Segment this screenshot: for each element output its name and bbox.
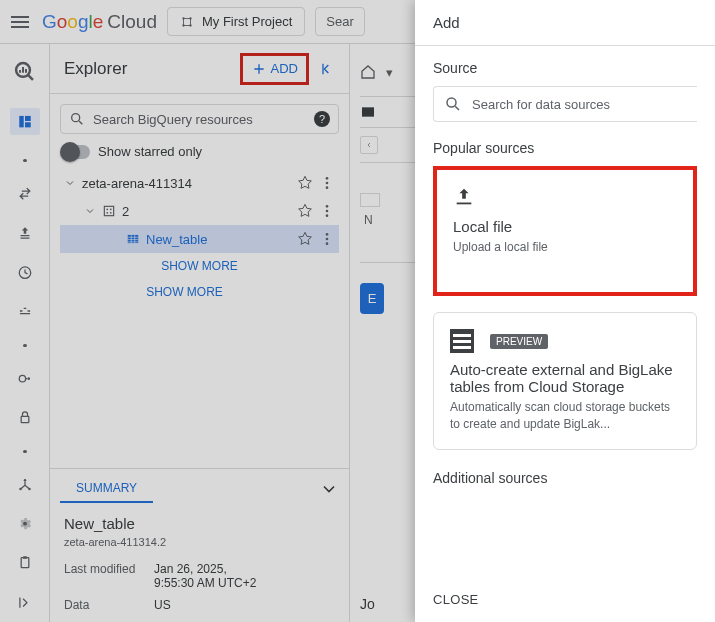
nav-lock-icon[interactable] — [16, 410, 34, 425]
close-button[interactable]: CLOSE — [433, 592, 479, 607]
search-icon — [69, 111, 85, 127]
add-button[interactable]: ADD — [240, 53, 309, 85]
svg-point-20 — [326, 182, 329, 185]
job-label: Jo — [360, 596, 375, 612]
biglake-desc: Automatically scan cloud storage buckets… — [450, 399, 680, 433]
upload-icon — [453, 186, 475, 208]
last-modified-key: Last modified — [64, 562, 144, 590]
svg-point-26 — [110, 212, 112, 214]
nav-dot — [23, 159, 27, 162]
nav-capacity-icon[interactable] — [16, 304, 34, 319]
svg-point-10 — [27, 377, 30, 380]
nav-expand-icon[interactable] — [16, 595, 34, 610]
nav-dot — [23, 344, 27, 347]
svg-rect-16 — [21, 558, 29, 568]
help-icon[interactable]: ? — [314, 111, 330, 127]
star-icon[interactable] — [297, 175, 313, 191]
dataset-icon — [102, 204, 116, 218]
add-drawer: Add Source Search for data sources Popul… — [415, 0, 715, 622]
tree-project-row[interactable]: zeta-arena-411314 — [60, 169, 339, 197]
home-icon[interactable] — [360, 64, 376, 80]
star-icon[interactable] — [297, 231, 313, 247]
source-search[interactable]: Search for data sources — [433, 86, 697, 122]
summary-table-path: zeta-arena-411314.2 — [64, 536, 335, 548]
more-icon[interactable] — [319, 231, 335, 247]
star-icon[interactable] — [297, 203, 313, 219]
more-icon[interactable] — [319, 175, 335, 191]
search-icon — [444, 95, 462, 113]
svg-point-29 — [326, 214, 329, 217]
top-search[interactable]: Sear — [315, 7, 364, 36]
show-more-dataset[interactable]: SHOW MORE — [60, 253, 339, 279]
biglake-card[interactable]: PREVIEW Auto-create external and BigLake… — [433, 312, 697, 450]
tree-table-row[interactable]: New_table — [60, 225, 339, 253]
local-file-title: Local file — [453, 218, 677, 235]
preview-badge: PREVIEW — [490, 334, 548, 349]
nav-workspace-icon[interactable] — [10, 108, 40, 135]
biglake-title: Auto-create external and BigLake tables … — [450, 361, 680, 395]
additional-sources-label: Additional sources — [433, 470, 697, 486]
explorer-title: Explorer — [64, 59, 127, 79]
local-file-card[interactable]: Local file Upload a local file — [433, 166, 697, 296]
popular-sources-label: Popular sources — [433, 140, 697, 156]
svg-point-32 — [326, 238, 329, 241]
svg-point-28 — [326, 210, 329, 213]
svg-rect-6 — [25, 116, 31, 121]
project-icon — [180, 15, 194, 29]
project-selector[interactable]: My First Project — [167, 7, 305, 36]
svg-rect-5 — [19, 116, 23, 127]
edit-button[interactable]: E — [360, 283, 384, 314]
source-label: Source — [433, 60, 697, 76]
svg-point-19 — [326, 177, 329, 180]
plus-icon — [251, 61, 267, 77]
project-label: My First Project — [202, 14, 292, 29]
starred-label: Show starred only — [98, 144, 202, 159]
nav-share-icon[interactable] — [16, 477, 34, 492]
chevron-down-icon[interactable] — [319, 479, 339, 499]
nav-schedule-icon[interactable] — [16, 226, 34, 241]
svg-point-12 — [23, 479, 26, 482]
drawer-title: Add — [415, 0, 715, 45]
chevron-down-icon — [64, 177, 76, 189]
svg-rect-17 — [23, 557, 27, 560]
list-icon — [450, 329, 474, 353]
left-nav — [0, 44, 50, 622]
table-icon — [126, 232, 140, 246]
bigquery-icon[interactable] — [11, 60, 39, 84]
collapse-panel-icon[interactable] — [319, 61, 335, 77]
tree-dataset-row[interactable]: 2 — [60, 197, 339, 225]
more-icon[interactable] — [319, 203, 335, 219]
svg-point-27 — [326, 205, 329, 208]
explorer-search[interactable]: Search BigQuery resources ? — [60, 104, 339, 134]
svg-point-18 — [72, 114, 80, 122]
google-cloud-logo: Google Cloud — [42, 11, 157, 33]
svg-point-24 — [110, 208, 112, 210]
menu-icon[interactable] — [8, 10, 32, 34]
nav-bi-icon[interactable] — [16, 371, 34, 386]
svg-rect-34 — [362, 107, 374, 116]
table-icon — [360, 104, 376, 120]
source-search-placeholder: Search for data sources — [472, 97, 610, 112]
starred-toggle[interactable] — [62, 145, 90, 159]
svg-point-35 — [447, 98, 456, 107]
svg-rect-7 — [25, 122, 31, 127]
data-key: Data — [64, 598, 144, 612]
local-file-desc: Upload a local file — [453, 239, 677, 256]
add-label: ADD — [271, 61, 298, 76]
svg-point-9 — [19, 375, 25, 381]
data-val: US — [154, 598, 171, 612]
show-more-project[interactable]: SHOW MORE — [60, 279, 339, 305]
chevron-down-icon — [84, 205, 96, 217]
nav-dot — [23, 450, 27, 453]
svg-rect-11 — [21, 417, 29, 423]
chevron-left-icon[interactable] — [360, 136, 378, 154]
svg-rect-22 — [104, 206, 113, 215]
nav-clipboard-icon[interactable] — [16, 555, 34, 570]
explorer-search-placeholder: Search BigQuery resources — [93, 112, 306, 127]
nav-settings-icon[interactable] — [16, 516, 34, 531]
nav-transfer-icon[interactable] — [16, 186, 34, 201]
summary-tab[interactable]: SUMMARY — [60, 475, 153, 503]
nav-history-icon[interactable] — [16, 265, 34, 280]
summary-table-name: New_table — [64, 515, 335, 532]
svg-point-33 — [326, 242, 329, 245]
